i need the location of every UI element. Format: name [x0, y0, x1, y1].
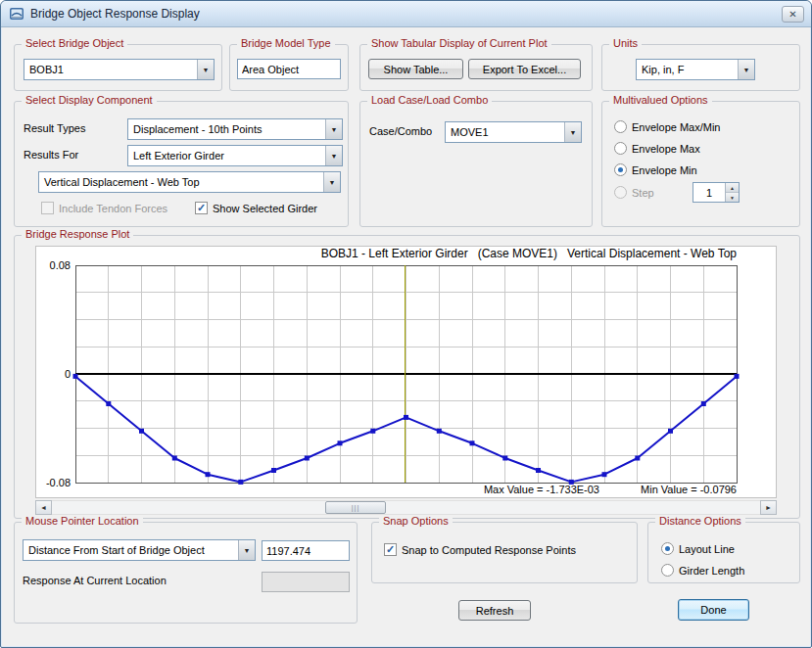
app-icon — [9, 6, 24, 22]
bridge-response-plot-group: Bridge Response Plot BOBJ1 - Left Exteri… — [14, 235, 800, 519]
case-combo-label: Case/Combo — [369, 125, 432, 137]
units-combo[interactable]: Kip, in, F ▼ — [636, 59, 755, 80]
bridge-object-combo-value: BOBJ1 — [24, 60, 197, 79]
mouse-pointer-location-group: Mouse Pointer Location Distance From Sta… — [14, 522, 358, 624]
refresh-button[interactable]: Refresh — [458, 600, 531, 621]
response-at-location-field — [262, 572, 350, 592]
case-combo[interactable]: MOVE1 ▼ — [445, 121, 582, 143]
radio-envelope-min[interactable]: Envelope Min — [614, 163, 697, 176]
snap-options-caption: Snap Options — [379, 515, 453, 527]
radio-envelope-max-min[interactable]: Envelope Max/Min — [614, 120, 721, 133]
result-types-label: Result Types — [24, 122, 85, 134]
radio-selected-icon — [614, 163, 627, 176]
show-selected-girder-checkbox[interactable]: ✓ Show Selected Girder — [195, 202, 317, 214]
svg-text:Max Value = -1.733E-03: Max Value = -1.733E-03 — [484, 484, 599, 495]
scroll-right-icon[interactable]: ► — [760, 500, 777, 515]
result-types-combo-value: Displacement - 10th Points — [128, 119, 325, 139]
step-value-field[interactable] — [693, 183, 725, 202]
units-caption: Units — [609, 37, 642, 49]
distance-options-group: Distance Options Layout Line Girder Leng… — [647, 522, 800, 583]
export-to-excel-button[interactable]: Export To Excel... — [468, 59, 581, 79]
result-types-combo[interactable]: Displacement - 10th Points ▼ — [127, 118, 343, 140]
component-combo-value: Vertical Displacement - Web Top — [39, 172, 323, 192]
response-at-location-label: Response At Current Location — [23, 575, 167, 586]
chevron-down-icon[interactable]: ▼ — [238, 540, 255, 560]
show-selected-girder-label: Show Selected Girder — [213, 203, 317, 214]
radio-icon — [614, 186, 627, 199]
close-icon: ✕ — [788, 9, 796, 20]
radio-selected-icon — [661, 542, 674, 555]
units-combo-value: Kip, in, F — [637, 60, 738, 79]
mouse-pointer-location-caption: Mouse Pointer Location — [22, 515, 143, 527]
bridge-response-plot-caption: Bridge Response Plot — [22, 228, 133, 240]
results-for-combo-value: Left Exterior Girder — [128, 146, 325, 165]
component-combo[interactable]: Vertical Displacement - Web Top ▼ — [38, 171, 341, 193]
radio-icon — [614, 120, 627, 133]
scrollbar-thumb[interactable]: ||| — [325, 501, 386, 514]
load-case-group: Load Case/Load Combo Case/Combo MOVE1 ▼ — [359, 101, 593, 227]
case-combo-value: MOVE1 — [446, 122, 564, 142]
pointer-distance-field[interactable] — [262, 540, 350, 561]
snap-options-group: Snap Options ✓ Snap to Computed Response… — [371, 522, 638, 583]
select-display-component-caption: Select Display Component — [22, 94, 157, 106]
checkbox-unchecked-icon — [41, 202, 54, 214]
bridge-model-type-group: Bridge Model Type — [229, 44, 349, 91]
results-for-label: Results For — [24, 149, 78, 161]
radio-step[interactable]: Step — [614, 186, 654, 199]
done-button[interactable]: Done — [678, 599, 749, 621]
multivalued-options-group: Multivalued Options Envelope Max/Min Env… — [601, 101, 800, 227]
checkbox-checked-icon: ✓ — [195, 202, 208, 214]
bridge-model-type-caption: Bridge Model Type — [237, 37, 335, 49]
check-icon: ✓ — [386, 544, 395, 555]
select-bridge-object-group: Select Bridge Object BOBJ1 ▼ — [14, 44, 222, 91]
chevron-down-icon[interactable]: ▼ — [325, 146, 342, 165]
scroll-left-icon[interactable]: ◄ — [35, 500, 52, 515]
title-bar[interactable]: Bridge Object Response Display ✕ — [1, 1, 811, 27]
spin-up-icon[interactable]: ▲ — [726, 183, 739, 193]
plot-horizontal-scrollbar[interactable]: ◄ ||| ► — [35, 500, 777, 515]
include-tendon-forces-checkbox[interactable]: Include Tendon Forces — [41, 202, 167, 214]
show-table-button[interactable]: Show Table... — [368, 59, 463, 79]
radio-envelope-max-min-label: Envelope Max/Min — [632, 121, 721, 133]
svg-text:BOBJ1 - Left Exterior Girder: BOBJ1 - Left Exterior Girder (Case MOVE1… — [321, 247, 738, 260]
results-for-combo[interactable]: Left Exterior Girder ▼ — [127, 145, 343, 166]
radio-girder-length[interactable]: Girder Length — [661, 564, 744, 577]
chevron-down-icon[interactable]: ▼ — [197, 60, 214, 79]
radio-envelope-max-label: Envelope Max — [632, 143, 700, 155]
bridge-object-combo[interactable]: BOBJ1 ▼ — [24, 59, 215, 80]
response-plot[interactable]: BOBJ1 - Left Exterior Girder (Case MOVE1… — [35, 246, 777, 498]
radio-icon — [614, 142, 627, 155]
pointer-mode-combo[interactable]: Distance From Start of Bridge Object ▼ — [23, 539, 256, 561]
select-bridge-object-caption: Select Bridge Object — [22, 37, 127, 49]
svg-text:0: 0 — [65, 368, 71, 380]
radio-layout-line-label: Layout Line — [679, 543, 735, 555]
spin-down-icon[interactable]: ▼ — [726, 193, 739, 202]
select-display-component-group: Select Display Component Result Types Di… — [14, 101, 349, 227]
radio-envelope-min-label: Envelope Min — [632, 164, 697, 176]
radio-layout-line[interactable]: Layout Line — [661, 542, 735, 555]
bridge-object-response-display-dialog: Bridge Object Response Display ✕ Select … — [0, 0, 812, 648]
radio-icon — [661, 564, 674, 577]
check-icon: ✓ — [197, 203, 206, 213]
checkbox-checked-icon: ✓ — [384, 543, 397, 556]
multivalued-options-caption: Multivalued Options — [609, 94, 712, 106]
include-tendon-forces-label: Include Tendon Forces — [59, 203, 167, 214]
radio-step-label: Step — [632, 187, 654, 199]
close-button[interactable]: ✕ — [782, 6, 804, 23]
snap-to-points-label: Snap to Computed Response Points — [402, 544, 576, 556]
tabular-display-group: Show Tabular Display of Current Plot Sho… — [359, 44, 593, 91]
chevron-down-icon[interactable]: ▼ — [738, 60, 754, 79]
step-spinner[interactable]: ▲ ▼ — [693, 182, 740, 203]
pointer-mode-combo-value: Distance From Start of Bridge Object — [24, 540, 238, 560]
svg-text:-0.08: -0.08 — [46, 477, 71, 488]
window-title: Bridge Object Response Display — [30, 7, 200, 21]
chevron-down-icon[interactable]: ▼ — [564, 122, 581, 142]
svg-text:Min Value = -0.0796: Min Value = -0.0796 — [641, 484, 737, 495]
scrollbar-track[interactable]: ||| — [52, 500, 760, 515]
radio-envelope-max[interactable]: Envelope Max — [614, 142, 700, 155]
radio-girder-length-label: Girder Length — [679, 565, 744, 577]
response-plot-svg[interactable]: BOBJ1 - Left Exterior Girder (Case MOVE1… — [36, 247, 776, 497]
chevron-down-icon[interactable]: ▼ — [323, 172, 340, 192]
chevron-down-icon[interactable]: ▼ — [325, 119, 342, 139]
snap-to-points-checkbox[interactable]: ✓ Snap to Computed Response Points — [384, 543, 576, 556]
